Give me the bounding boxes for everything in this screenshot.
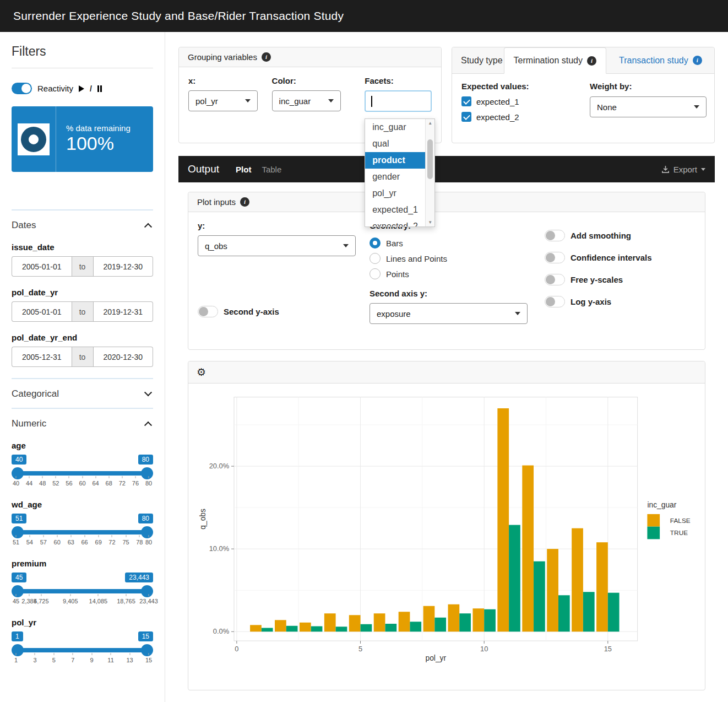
- bar-true-yr15: [608, 593, 620, 632]
- section-numeric-label: Numeric: [12, 418, 46, 429]
- facets-input[interactable]: [365, 90, 432, 112]
- chart-panel-header: ⚙: [188, 361, 705, 384]
- radio-lines-and-points[interactable]: [370, 253, 381, 264]
- expected-values-label: Expected values:: [461, 82, 588, 91]
- toggle-add-smoothing[interactable]: [545, 230, 565, 241]
- slider-tick-mark: [91, 653, 92, 655]
- reactivity-label: Reactivity: [37, 84, 73, 93]
- data-remaining-label: % data remaining: [66, 123, 131, 133]
- bar-false-yr2: [275, 620, 286, 631]
- toggle-log-y-axis[interactable]: [545, 296, 565, 307]
- checkbox-label: expected_2: [476, 112, 519, 122]
- facets-dropdown-item[interactable]: inc_guar: [365, 119, 425, 136]
- slider-tick-label: 5: [52, 657, 56, 663]
- checkbox-expected_1[interactable]: [461, 96, 471, 106]
- radio-points[interactable]: [370, 268, 381, 279]
- date-from-input[interactable]: 2005-12-31: [12, 347, 72, 367]
- date-from-input[interactable]: 2005-01-01: [12, 256, 72, 277]
- info-icon[interactable]: i: [240, 197, 249, 207]
- toggle-free-y-scales[interactable]: [545, 274, 565, 285]
- slider-tick-mark: [41, 594, 41, 596]
- dropdown-scrollbar[interactable]: ▲ ▼: [425, 119, 434, 226]
- tab-termination-study[interactable]: Termination studyi: [504, 47, 606, 74]
- date-to-input[interactable]: 2019-12-31: [94, 301, 154, 322]
- slider-tick-mark: [16, 476, 17, 478]
- date-to-input[interactable]: 2019-12-30: [94, 256, 154, 277]
- reactivity-toggle[interactable]: [12, 83, 32, 94]
- date-to-input[interactable]: 2020-12-30: [94, 347, 154, 367]
- facets-label: Facets:: [365, 76, 432, 85]
- x-variable-select[interactable]: pol_yr: [188, 90, 258, 111]
- facets-dropdown-item[interactable]: expected_2: [365, 218, 425, 227]
- slider-tick-mark: [149, 535, 149, 537]
- info-icon[interactable]: i: [693, 56, 702, 65]
- slider-tick-mark: [56, 476, 56, 478]
- gear-icon[interactable]: ⚙: [197, 367, 206, 377]
- slider-tick-label: 60: [54, 539, 61, 546]
- scroll-up-icon[interactable]: ▲: [426, 121, 434, 126]
- y-variable-select[interactable]: q_obs: [198, 235, 356, 256]
- slider-tick-label: 48: [39, 480, 46, 487]
- slider-label: premium: [12, 559, 153, 568]
- slider-tick-mark: [126, 594, 127, 596]
- app-header: Surrender Experience Study and Base/Ride…: [0, 0, 728, 32]
- bar-true-yr14: [583, 592, 595, 631]
- facets-dropdown-item[interactable]: gender: [365, 169, 425, 185]
- scrollbar-thumb[interactable]: [427, 139, 433, 179]
- toggle-row: Confidence intervals: [545, 251, 699, 264]
- weight-by-value: None: [597, 102, 617, 112]
- color-label: Color:: [272, 76, 341, 85]
- section-categorical-header[interactable]: Categorical: [12, 379, 153, 408]
- export-button[interactable]: Export: [661, 165, 705, 174]
- facets-dropdown-item[interactable]: expected_1: [365, 202, 425, 218]
- numeric-slider: age40804044485256606468727680: [12, 441, 153, 489]
- info-icon[interactable]: i: [262, 52, 271, 62]
- checkbox-expected_2[interactable]: [461, 112, 471, 122]
- facets-dropdown-item[interactable]: pol_yr: [365, 185, 425, 202]
- legend-label: FALSE: [670, 517, 691, 525]
- plot-inputs-header: Plot inputs i: [188, 192, 705, 212]
- y-tick-label: 10.0%: [209, 544, 229, 553]
- output-tab-plot[interactable]: Plot: [236, 165, 251, 174]
- slider-tick-mark: [149, 653, 149, 655]
- bar-true-yr11: [509, 525, 520, 632]
- facets-dropdown-item[interactable]: product: [365, 152, 425, 169]
- grouping-variables-title: Grouping variables: [188, 52, 257, 62]
- scroll-down-icon[interactable]: ▼: [426, 220, 434, 225]
- slider-tick-label: 1: [14, 657, 18, 663]
- grouping-variables-header: Grouping variables i: [179, 47, 441, 67]
- section-dates-header[interactable]: Dates: [12, 210, 153, 239]
- weight-by-select[interactable]: None: [590, 96, 707, 117]
- x-tick-label: 10: [480, 645, 488, 653]
- toggle-confidence-intervals[interactable]: [545, 252, 565, 263]
- caret-down-icon: [245, 99, 251, 102]
- bar-true-yr12: [534, 561, 545, 632]
- bar-true-yr3: [311, 627, 323, 632]
- radio-label: Bars: [386, 239, 403, 248]
- slider-tick-mark: [42, 476, 43, 478]
- date-from-input[interactable]: 2005-01-01: [12, 301, 72, 322]
- slider-tick-mark: [57, 535, 57, 537]
- caret-down-icon: [515, 312, 520, 315]
- output-tab-table[interactable]: Table: [262, 165, 281, 174]
- slider-tick-label: 69: [95, 539, 102, 546]
- tab-label: Termination study: [514, 56, 583, 66]
- output-tabs: PlotTable: [236, 165, 292, 174]
- chevron-up-icon: [144, 422, 152, 429]
- output-bar: Output PlotTable Export: [178, 156, 715, 182]
- numeric-slider: wd_age51805154576063666972757880: [12, 500, 153, 548]
- section-numeric-header[interactable]: Numeric: [12, 409, 153, 438]
- info-icon[interactable]: i: [587, 56, 596, 66]
- bar-true-yr6: [385, 624, 396, 631]
- plot-inputs-panel: Plot inputs i y: q_obs Secon: [188, 192, 705, 350]
- second-y-axis-toggle[interactable]: [198, 306, 218, 317]
- bar-false-yr3: [300, 623, 311, 632]
- color-variable-select[interactable]: inc_guar: [272, 90, 341, 111]
- radio-bars[interactable]: [370, 237, 381, 249]
- tab-transaction-study[interactable]: Transaction studyi: [610, 47, 711, 73]
- facets-dropdown-item[interactable]: qual: [365, 136, 425, 152]
- radio-label: Points: [386, 269, 409, 279]
- slider-tick-label: 9: [90, 657, 94, 663]
- slider-tick-mark: [16, 653, 17, 655]
- second-axis-y-select[interactable]: exposure: [370, 303, 528, 324]
